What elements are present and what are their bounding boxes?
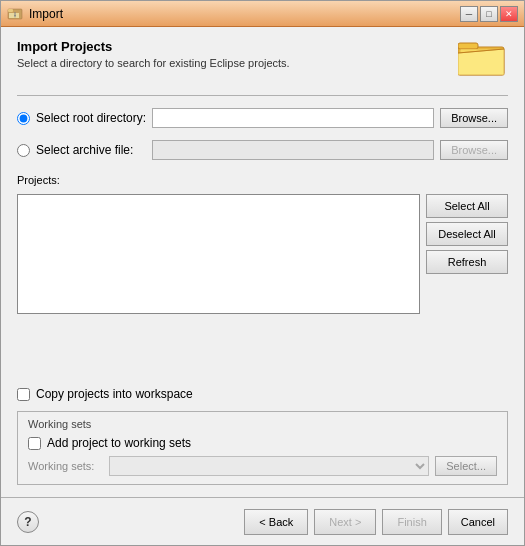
svg-rect-2 xyxy=(9,13,19,18)
next-button[interactable]: Next > xyxy=(314,509,376,535)
archive-browse-button[interactable]: Browse... xyxy=(440,140,508,160)
svg-rect-6 xyxy=(458,43,478,49)
projects-label: Projects: xyxy=(17,174,508,186)
archive-file-radio[interactable] xyxy=(17,144,30,157)
root-directory-radio[interactable] xyxy=(17,112,30,125)
folder-icon xyxy=(458,35,508,79)
bottom-bar: ? < Back Next > Finish Cancel xyxy=(1,497,524,545)
select-all-button[interactable]: Select All xyxy=(426,194,508,218)
deselect-all-button[interactable]: Deselect All xyxy=(426,222,508,246)
add-to-working-sets-checkbox[interactable] xyxy=(28,437,41,450)
working-sets-group: Working sets Add project to working sets… xyxy=(17,411,508,485)
svg-rect-1 xyxy=(8,9,13,12)
window-title: Import xyxy=(29,7,63,21)
add-to-working-sets-label: Add project to working sets xyxy=(47,436,191,450)
dialog-content: Import Projects Select a directory to se… xyxy=(1,27,524,497)
root-browse-button[interactable]: Browse... xyxy=(440,108,508,128)
projects-list[interactable] xyxy=(17,194,420,314)
header-section: Import Projects Select a directory to se… xyxy=(17,39,508,79)
root-directory-input[interactable] xyxy=(152,108,434,128)
projects-section: Select All Deselect All Refresh xyxy=(17,194,508,379)
bottom-left: ? xyxy=(17,511,39,533)
root-directory-label: Select root directory: xyxy=(36,111,146,125)
working-sets-select-button[interactable]: Select... xyxy=(435,456,497,476)
import-dialog: Import ─ □ ✕ Import Projects Select a di… xyxy=(0,0,525,546)
close-button[interactable]: ✕ xyxy=(500,6,518,22)
copy-projects-checkbox[interactable] xyxy=(17,388,30,401)
dialog-title: Import Projects xyxy=(17,39,290,54)
archive-file-label: Select archive file: xyxy=(36,143,146,157)
title-bar: Import ─ □ ✕ xyxy=(1,1,524,27)
finish-button[interactable]: Finish xyxy=(382,509,441,535)
header-text: Import Projects Select a directory to se… xyxy=(17,39,290,69)
minimize-button[interactable]: ─ xyxy=(460,6,478,22)
bottom-right: < Back Next > Finish Cancel xyxy=(244,509,508,535)
header-divider xyxy=(17,95,508,96)
dialog-subtitle: Select a directory to search for existin… xyxy=(17,57,290,69)
help-button[interactable]: ? xyxy=(17,511,39,533)
archive-file-row: Select archive file: Browse... xyxy=(17,140,508,160)
import-icon xyxy=(7,6,23,22)
back-button[interactable]: < Back xyxy=(244,509,308,535)
root-directory-row: Select root directory: Browse... xyxy=(17,108,508,128)
svg-rect-4 xyxy=(15,12,16,15)
working-sets-select[interactable] xyxy=(109,456,429,476)
archive-file-input[interactable] xyxy=(152,140,434,160)
working-sets-row: Working sets: Select... xyxy=(28,456,497,476)
working-sets-label: Working sets: xyxy=(28,460,103,472)
copy-projects-label: Copy projects into workspace xyxy=(36,387,193,401)
cancel-button[interactable]: Cancel xyxy=(448,509,508,535)
refresh-button[interactable]: Refresh xyxy=(426,250,508,274)
working-sets-title: Working sets xyxy=(28,418,497,430)
copy-checkbox-row: Copy projects into workspace xyxy=(17,387,508,401)
title-buttons: ─ □ ✕ xyxy=(460,6,518,22)
projects-buttons: Select All Deselect All Refresh xyxy=(426,194,508,379)
title-bar-left: Import xyxy=(7,6,63,22)
add-to-working-sets-row: Add project to working sets xyxy=(28,436,497,450)
maximize-button[interactable]: □ xyxy=(480,6,498,22)
